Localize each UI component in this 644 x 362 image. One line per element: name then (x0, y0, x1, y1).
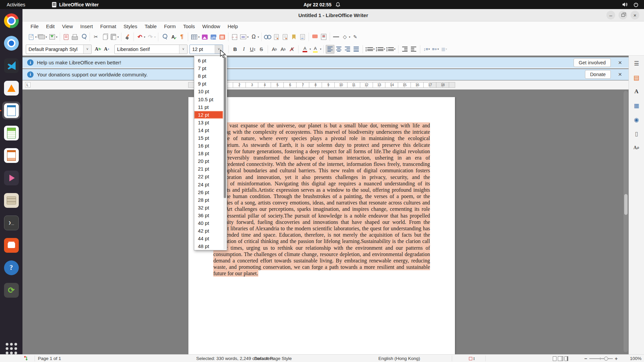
selection-mode-icon[interactable]: I (469, 355, 475, 362)
styles-icon[interactable]: A (632, 86, 642, 97)
document-line[interactable]: benefits and pitfalls.Artistic expressio… (213, 187, 430, 193)
paragraph-spacing-caret-icon[interactable]: ▾ (437, 48, 439, 51)
insert-chart-button[interactable] (209, 33, 218, 41)
dock-media-player[interactable] (2, 169, 20, 187)
insert-hyperlink-button[interactable] (263, 33, 272, 41)
dock-files[interactable] (2, 191, 20, 209)
page-count[interactable]: Page 1 of 1 (38, 355, 61, 362)
paste-dropdown-icon[interactable]: ▾ (117, 36, 119, 39)
document-text[interactable]: In the vast expanse of the universe, our… (213, 122, 430, 277)
highlight-color-button[interactable]: A (311, 45, 320, 54)
font-color-button[interactable]: A (301, 45, 309, 54)
font-size-option-13pt[interactable]: 13 pt (194, 119, 223, 126)
menu-edit[interactable]: Edit (42, 22, 58, 30)
document-line[interactable]: consumption. The challenges of climate c… (213, 251, 430, 257)
bold-button[interactable]: B (231, 45, 239, 54)
book-view-icon[interactable] (565, 356, 568, 361)
notification-bell-icon[interactable] (335, 2, 340, 7)
insert-endnote-button[interactable] (281, 33, 289, 41)
page-style[interactable]: Default Page Style (254, 355, 292, 362)
dock-vlc[interactable] (2, 79, 20, 97)
document-line[interactable]: collaboration and innovation, yet it als… (213, 174, 430, 180)
system-tray[interactable] (622, 2, 644, 7)
multi-page-view-icon[interactable] (558, 356, 561, 361)
document-line[interactable]: In the vast expanse of the universe, our… (213, 122, 430, 129)
open-file-dropdown-icon[interactable]: ▾ (46, 36, 47, 39)
font-size-option-7pt[interactable]: 7 pt (194, 64, 223, 72)
spelling-button[interactable]: A (169, 33, 177, 41)
menu-styles[interactable]: Styles (120, 22, 141, 30)
document-line[interactable]: waste, and promoting conservation, we ca… (213, 264, 430, 270)
window-title-bar[interactable]: Untitled 1 - LibreOffice Writer – × (22, 9, 644, 21)
copy-button[interactable] (100, 33, 109, 41)
document-line[interactable]: harmony for future generations, fosterin… (213, 148, 430, 155)
dropdown-scrollbar[interactable] (223, 57, 226, 249)
track-changes-button[interactable] (319, 33, 328, 41)
menu-view[interactable]: View (58, 22, 76, 30)
document-line[interactable]: future for our planet. (213, 270, 430, 277)
font-size-option-36pt[interactable]: 36 pt (194, 212, 223, 219)
document-line[interactable]: spread of misinformation. Navigating thi… (213, 180, 430, 187)
save-dropdown-icon[interactable]: ▾ (56, 36, 57, 39)
document-line[interactable]: cultivation of critical thinking and the… (213, 238, 430, 244)
document-line[interactable]: has irreversibly transformed the landsca… (213, 155, 430, 161)
zoom-percentage[interactable]: 100% (630, 355, 642, 362)
document-line[interactable]: of our times, urging us to rethink our r… (213, 245, 430, 251)
font-size-option-10.5pt[interactable]: 10.5 pt (194, 95, 223, 103)
single-page-view-icon[interactable] (553, 356, 556, 361)
font-size-option-28pt[interactable]: 28 pt (194, 196, 223, 204)
insert-field-button[interactable]: ▾ (239, 33, 249, 41)
document-area[interactable]: In the vast expanse of the universe, our… (22, 89, 629, 354)
focused-app-menu[interactable]: LibreOffice Writer (52, 2, 99, 7)
document-line[interactable]: into the human condition. Through the br… (213, 193, 430, 199)
menu-tools[interactable]: Tools (179, 22, 199, 30)
style-inspector-icon[interactable]: A⌕ (632, 143, 642, 153)
insert-bookmark-button[interactable] (289, 33, 298, 41)
outline-list-caret-icon[interactable]: ▾ (394, 48, 395, 51)
unordered-list-caret-icon[interactable]: ▾ (373, 48, 375, 51)
font-size-option-11pt[interactable]: 11 pt (194, 103, 223, 111)
font-name-combobox[interactable]: Liberation Serif ˅ (114, 45, 187, 54)
paragraph-style-combobox[interactable]: Default Paragraph Styl ˅ (26, 45, 92, 54)
document-line[interactable]: melodies of a song, artists convey emoti… (213, 199, 430, 206)
line-spacing-button[interactable]: ↕≡▾ (422, 45, 431, 54)
menu-help[interactable]: Help (224, 22, 241, 30)
font-size-option-21pt[interactable]: 21 pt (194, 165, 223, 173)
insert-field-dropdown-icon[interactable]: ▾ (247, 36, 249, 39)
dock-libreoffice-writer[interactable] (2, 102, 20, 119)
vertical-scrollbar-thumb[interactable] (624, 194, 628, 215)
clone-formatting-button[interactable] (123, 33, 132, 41)
tab-stop-selector[interactable]: L (25, 82, 31, 87)
line-spacing-caret-icon[interactable]: ▾ (429, 48, 430, 51)
document-line[interactable]: unprecedented connectivity. With the adv… (213, 161, 430, 167)
insert-text-box-button[interactable] (218, 33, 226, 41)
font-size-option-9pt[interactable]: 9 pt (194, 80, 223, 87)
italic-button[interactable]: I (239, 45, 248, 54)
menu-insert[interactable]: Insert (76, 22, 97, 30)
font-size-option-48pt[interactable]: 48 pt (194, 242, 223, 250)
font-size-option-8pt[interactable]: 8 pt (194, 72, 223, 80)
close-window-button[interactable]: × (631, 11, 639, 19)
font-size-option-44pt[interactable]: 44 pt (194, 235, 223, 242)
print-button[interactable] (70, 33, 79, 41)
cut-button[interactable]: ✂ (92, 33, 100, 41)
menu-form[interactable]: Form (160, 22, 179, 30)
new-document-dropdown-icon[interactable]: ▾ (35, 36, 37, 39)
dock-software-updater[interactable] (2, 281, 20, 299)
document-line[interactable]: bustling with the complexity of ecosyste… (213, 129, 430, 135)
insert-image-button[interactable] (200, 33, 209, 41)
basic-shapes-dropdown-icon[interactable]: ▾ (349, 36, 350, 39)
donate-button[interactable]: Donate (585, 70, 611, 79)
insert-table-dropdown-icon[interactable]: ▾ (198, 36, 200, 39)
insert-footnote-button[interactable] (272, 33, 281, 41)
font-size-option-12pt[interactable]: 12 pt (194, 111, 223, 119)
zoom-slider[interactable]: − + (584, 355, 618, 362)
unordered-list-button[interactable]: ▾ (365, 45, 375, 54)
insert-comment-button[interactable] (311, 33, 319, 41)
undo-button[interactable]: ↶▾ (136, 33, 146, 41)
document-line[interactable]: ancient libraries of Alexandria to the m… (213, 225, 430, 232)
font-size-option-10pt[interactable]: 10 pt (194, 87, 223, 95)
minimize-button[interactable]: – (606, 11, 615, 19)
dock-libreoffice-calc[interactable] (2, 124, 20, 142)
show-draw-functions-button[interactable]: ✎ (351, 33, 360, 41)
